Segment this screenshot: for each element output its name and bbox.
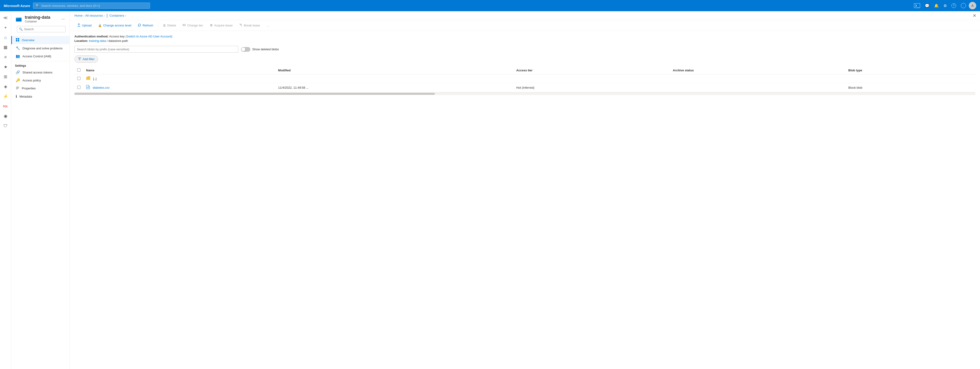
breadcrumb-home[interactable]: Home — [75, 14, 83, 17]
menu-icon: ≡ — [4, 55, 7, 60]
global-search-bar[interactable]: 🔍 — [33, 3, 150, 9]
bell-icon-btn[interactable]: 🔔 — [932, 2, 941, 10]
sidebar-item-iam[interactable]: 👥 Access Control (IAM) — [11, 52, 70, 60]
search-icon: 🔍 — [35, 4, 40, 8]
svg-rect-6 — [18, 40, 19, 41]
blob-search-input[interactable] — [75, 46, 238, 52]
scroll-row[interactable] — [75, 92, 975, 95]
resource-header: training-data Container ··· — [11, 11, 70, 25]
sidebar-favorites-btn[interactable]: ★ — [1, 62, 10, 72]
left-search-input[interactable] — [24, 27, 64, 31]
select-all-checkbox[interactable] — [77, 68, 81, 72]
resource-info: training-data Container — [25, 15, 50, 23]
dashboard-icon: ▦ — [3, 45, 8, 50]
lock-icon: 🔒 — [98, 24, 102, 27]
scroll-thumb — [75, 93, 435, 95]
global-search-input[interactable] — [41, 4, 148, 8]
sidebar-item-properties[interactable]: Properties — [11, 84, 70, 92]
change-access-button[interactable]: 🔒 Change access level — [95, 22, 134, 29]
row-checkbox[interactable] — [77, 86, 81, 89]
properties-icon — [16, 86, 19, 91]
filter-icon — [78, 57, 81, 61]
shield-icon: 🛡 — [3, 124, 8, 129]
sidebar-item-label: Properties — [22, 87, 35, 90]
plus-icon: + — [4, 25, 7, 30]
row-checkbox[interactable] — [77, 77, 81, 80]
break-lease-button[interactable]: Break lease — [236, 22, 263, 29]
sidebar-item-label: Metadata — [19, 95, 32, 98]
sidebar-item-access-policy[interactable]: 🔑 Access policy — [11, 76, 70, 84]
help-icon-btn[interactable]: ? — [950, 2, 958, 10]
sidebar-monitor-btn[interactable]: ◉ — [1, 111, 10, 121]
breadcrumb-containers[interactable]: Containers — [110, 14, 124, 17]
table-header: Name Modified Access tier Archive status… — [75, 67, 975, 75]
blob-type-cell: Block blob — [845, 83, 975, 92]
close-button[interactable]: ✕ — [973, 13, 976, 18]
sidebar-item-label: Access Control (IAM) — [22, 54, 51, 58]
svg-rect-5 — [16, 40, 18, 41]
resource-subtitle: Container — [25, 20, 50, 23]
sidebar-dashboard-btn[interactable]: ▦ — [1, 43, 10, 52]
sidebar-collapse-btn[interactable]: ≪ — [1, 13, 10, 22]
breadcrumb-all-resources[interactable]: All resources — [85, 14, 103, 17]
upload-button[interactable]: Upload — [75, 22, 94, 29]
location-storage-link[interactable]: training-data — [89, 39, 106, 43]
auth-switch-link[interactable]: (Switch to Azure AD User Account) — [126, 35, 172, 38]
avatar[interactable]: A — [969, 2, 976, 10]
acquire-lease-button[interactable]: Acquire lease — [207, 22, 235, 29]
sidebar-item-diagnose[interactable]: 🔧 Diagnose and solve problems — [11, 44, 70, 52]
main-content: Home › All resources › | Containers › ✕ … — [70, 11, 980, 369]
sidebar-item-overview[interactable]: Overview — [11, 36, 70, 44]
search-icon: 🔍 — [19, 27, 23, 31]
blob-name-cell: [..] — [83, 75, 275, 83]
blob-modified-cell: 11/4/2022, 11:49:58 ... — [275, 83, 514, 92]
help-icon: ? — [951, 3, 956, 8]
iam-icon: 👥 — [16, 54, 20, 58]
sidebar-lightning-btn[interactable]: ⚡ — [1, 92, 10, 101]
blob-archive-status-cell — [670, 75, 845, 83]
settings-icon-btn[interactable]: ⚙ — [942, 2, 949, 10]
blob-archive-status-cell — [670, 83, 845, 92]
breadcrumb-sep-1: › — [84, 14, 84, 17]
brand-logo: Microsoft Azure — [4, 4, 30, 8]
sidebar-item-label: Diagnose and solve problems — [22, 46, 62, 50]
delete-button[interactable]: 🗑 Delete — [160, 22, 179, 29]
show-deleted-label: Show deleted blobs — [252, 48, 279, 51]
auth-method-value-text: Access key — [109, 35, 125, 38]
th-checkbox — [75, 67, 83, 75]
blob-name-link[interactable]: diabetes.csv — [91, 86, 110, 89]
sidebar-home-btn[interactable]: ⌂ — [1, 33, 10, 42]
add-filter-button[interactable]: Add filter — [75, 56, 98, 63]
more-options-button[interactable]: ... — [264, 22, 272, 29]
delete-label: Delete — [167, 24, 176, 27]
cube-icon: ◈ — [4, 84, 7, 89]
refresh-icon — [138, 24, 141, 27]
container-svg-icon — [16, 16, 22, 22]
feedback-icon-btn[interactable]: 💬 — [923, 2, 931, 10]
user-icon-btn[interactable]: 👤 — [959, 2, 968, 10]
terminal-icon-btn[interactable]: ❯_ — [912, 2, 922, 10]
sidebar-sql-btn[interactable]: SQL — [1, 102, 10, 111]
monitor-icon: ◉ — [4, 113, 8, 119]
svg-rect-3 — [16, 38, 18, 40]
refresh-button[interactable]: Refresh — [135, 22, 156, 29]
change-tier-button[interactable]: Change tier — [180, 22, 206, 29]
sidebar-resources-btn[interactable]: ◈ — [1, 82, 10, 91]
bell-icon: 🔔 — [934, 3, 939, 8]
resource-more-btn[interactable]: ··· — [60, 16, 66, 22]
home-icon: ⌂ — [4, 35, 7, 40]
top-navbar: Microsoft Azure 🔍 ❯_ 💬 🔔 ⚙ ? 👤 — [0, 0, 980, 369]
show-deleted-toggle[interactable] — [241, 47, 250, 52]
th-name: Name — [83, 67, 275, 75]
folder-name: [..] — [92, 77, 96, 81]
blob-table: Name Modified Access tier Archive status… — [75, 67, 975, 92]
sidebar-security-btn[interactable]: 🛡 — [1, 121, 10, 130]
more-options-icon: ... — [267, 24, 269, 27]
sidebar-grid-btn[interactable]: ⊞ — [1, 72, 10, 81]
sql-icon: SQL — [3, 105, 8, 108]
sidebar-item-shared-access-tokens[interactable]: 🔗 Shared access tokens — [11, 68, 70, 76]
sidebar-item-metadata[interactable]: ℹ Metadata — [11, 92, 70, 100]
sidebar-menu-btn[interactable]: ≡ — [1, 52, 10, 62]
blob-name-cell: diabetes.csv — [83, 83, 275, 92]
sidebar-add-btn[interactable]: + — [1, 23, 10, 32]
